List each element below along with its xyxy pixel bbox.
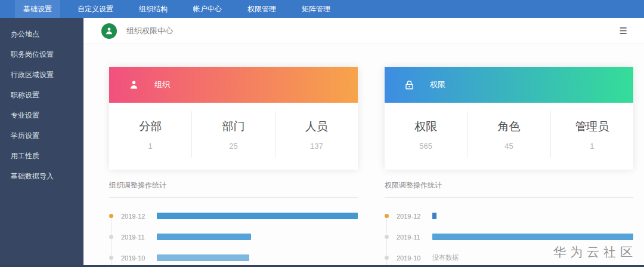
org-card-header: 组织 xyxy=(109,67,358,103)
timeline-bar xyxy=(157,213,358,219)
sidebar-item-title-settings[interactable]: 职称设置 xyxy=(0,85,83,105)
timeline-bar xyxy=(432,213,436,219)
charts-section: 组织调整操作统计 2019-12 2019-11 xyxy=(109,180,644,267)
timeline-date-label: 2019-10 xyxy=(121,254,151,262)
org-card-title: 组织 xyxy=(154,79,170,90)
stat-department: 部门 25 xyxy=(191,111,274,158)
stat-label: 角色 xyxy=(467,119,550,134)
chart-title: 组织调整操作统计 xyxy=(109,180,358,198)
stat-label: 人员 xyxy=(275,119,358,134)
org-card-body: 分部 1 部门 25 人员 137 xyxy=(109,103,358,170)
timeline-dot xyxy=(385,214,389,218)
timeline-row: 2019-12 xyxy=(385,205,633,226)
sidebar-item-region-settings[interactable]: 行政区域设置 xyxy=(0,65,83,85)
main-content: 组织权限中心 ☰ 组织 xyxy=(83,18,644,265)
stat-personnel: 人员 137 xyxy=(275,111,358,158)
timeline-dot xyxy=(109,214,113,218)
stat-label: 管理员 xyxy=(551,119,633,134)
timeline-date-label: 2019-12 xyxy=(397,213,426,220)
page-header: 组织权限中心 ☰ xyxy=(83,18,644,44)
timeline-bar xyxy=(157,254,249,261)
sidebar: 办公地点 职务岗位设置 行政区域设置 职称设置 专业设置 学历设置 用工性质 基… xyxy=(0,18,83,265)
stat-admins: 管理员 1 xyxy=(550,111,633,158)
stat-value: 565 xyxy=(385,142,467,151)
sidebar-item-base-data-import[interactable]: 基础数据导入 xyxy=(0,166,83,186)
bar-track xyxy=(432,234,633,240)
timeline-row: 2019-12 xyxy=(109,205,358,226)
stat-value: 1 xyxy=(109,142,191,151)
permission-summary-card: 权限 权限 565 角色 45 管理员 1 xyxy=(385,67,633,170)
permission-adjust-chart: 权限调整操作统计 2019-12 2019-11 xyxy=(385,180,633,267)
timeline: 2019-12 2019-11 2019-10 没有数据 xyxy=(385,205,633,267)
timeline-date-label: 2019-12 xyxy=(121,213,151,220)
timeline: 2019-12 2019-11 2019-10 xyxy=(109,205,358,267)
timeline-row: 2019-10 没有数据 xyxy=(385,247,633,267)
nav-tab-matrix-mgmt[interactable]: 矩阵管理 xyxy=(293,0,339,18)
stat-branch: 分部 1 xyxy=(109,111,191,158)
org-person-icon xyxy=(101,23,117,39)
bar-track xyxy=(157,254,358,261)
sidebar-item-major-settings[interactable]: 专业设置 xyxy=(0,105,83,125)
timeline-date-label: 2019-11 xyxy=(121,234,151,241)
sidebar-item-employment-type[interactable]: 用工性质 xyxy=(0,146,83,166)
permission-card-title: 权限 xyxy=(430,79,445,90)
nav-tab-permission-mgmt[interactable]: 权限管理 xyxy=(239,0,284,18)
stat-value: 45 xyxy=(467,142,550,151)
stat-label: 部门 xyxy=(192,119,274,134)
lock-icon xyxy=(402,78,416,91)
stat-roles: 角色 45 xyxy=(467,111,550,158)
nav-tab-account-center[interactable]: 帐户中心 xyxy=(185,0,230,18)
sidebar-item-office-location[interactable]: 办公地点 xyxy=(0,24,83,44)
timeline-row: 2019-11 xyxy=(109,226,358,247)
no-data-text: 没有数据 xyxy=(432,253,459,262)
bar-track xyxy=(432,213,633,219)
list-icon[interactable]: ☰ xyxy=(620,26,627,35)
sidebar-item-education-settings[interactable]: 学历设置 xyxy=(0,125,83,146)
bar-track xyxy=(157,213,358,219)
bar-track xyxy=(157,234,358,240)
stat-permissions: 权限 565 xyxy=(385,111,467,158)
stat-value: 137 xyxy=(275,142,358,151)
timeline-dot xyxy=(109,235,113,239)
permission-card-header: 权限 xyxy=(385,67,633,103)
stat-value: 25 xyxy=(192,142,274,151)
stat-value: 1 xyxy=(551,142,633,151)
nav-tab-org-structure[interactable]: 组织结构 xyxy=(131,0,176,18)
org-summary-card: 组织 分部 1 部门 25 人员 137 xyxy=(109,67,358,170)
top-navbar: 基础设置 自定义设置 组织结构 帐户中心 权限管理 矩阵管理 xyxy=(0,0,644,18)
app-window: 基础设置 自定义设置 组织结构 帐户中心 权限管理 矩阵管理 办公地点 职务岗位… xyxy=(0,0,644,267)
timeline-row: 2019-10 xyxy=(109,247,358,267)
chart-title: 权限调整操作统计 xyxy=(385,180,633,198)
sidebar-item-position-settings[interactable]: 职务岗位设置 xyxy=(0,44,83,65)
timeline-row: 2019-11 xyxy=(385,226,633,247)
timeline-bar xyxy=(157,234,251,240)
timeline-date-label: 2019-11 xyxy=(397,234,426,241)
timeline-dot xyxy=(109,256,113,260)
stat-label: 分部 xyxy=(109,119,191,134)
summary-cards: 组织 分部 1 部门 25 人员 137 xyxy=(109,67,644,170)
timeline-bar xyxy=(432,234,633,240)
stat-label: 权限 xyxy=(385,119,467,134)
timeline-dot xyxy=(385,235,389,239)
nav-tab-custom-settings[interactable]: 自定义设置 xyxy=(69,0,122,18)
timeline-date-label: 2019-10 xyxy=(397,254,426,262)
permission-card-body: 权限 565 角色 45 管理员 1 xyxy=(385,103,633,170)
page-title: 组织权限中心 xyxy=(126,26,173,36)
org-adjust-chart: 组织调整操作统计 2019-12 2019-11 xyxy=(109,180,358,267)
nav-tab-basic-settings[interactable]: 基础设置 xyxy=(15,0,60,18)
timeline-dot xyxy=(385,256,389,260)
person-icon xyxy=(127,78,140,91)
